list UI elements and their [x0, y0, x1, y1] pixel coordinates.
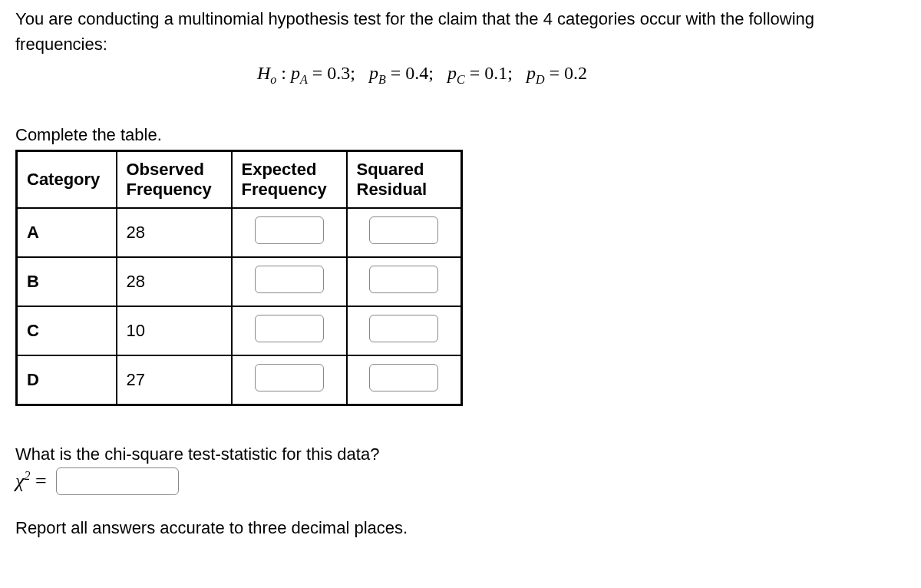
chi-symbol: χ2 =: [15, 469, 47, 493]
pB-value: 0.4: [405, 63, 428, 83]
observed-A: 28: [117, 208, 232, 257]
table-row: A 28: [17, 208, 462, 257]
chi-square-row: χ2 =: [15, 467, 906, 495]
complete-table-label: Complete the table.: [15, 125, 906, 145]
pC-symbol: p: [447, 63, 457, 83]
residual-C-input[interactable]: [369, 315, 438, 342]
null-hypothesis: Ho : pA = 0.3; pB = 0.4; pC = 0.1; pD = …: [0, 63, 906, 87]
pD-subscript: D: [536, 73, 545, 86]
chi-char: χ: [15, 470, 24, 492]
pD-value: 0.2: [564, 63, 587, 83]
expected-B-input[interactable]: [255, 266, 324, 293]
h-symbol: H: [257, 63, 270, 83]
pA-symbol: p: [291, 63, 300, 83]
sep-2: ;: [428, 63, 443, 83]
residual-A-input[interactable]: [369, 216, 438, 244]
pB-symbol: p: [369, 63, 378, 83]
equals-4: =: [549, 63, 564, 83]
chi-superscript: 2: [24, 469, 30, 482]
pD-symbol: p: [527, 63, 536, 83]
residual-D-input[interactable]: [369, 364, 438, 391]
expected-C-input[interactable]: [255, 315, 324, 342]
observed-B: 28: [117, 257, 232, 306]
table-row: D 27: [17, 355, 462, 405]
category-D: D: [17, 355, 117, 405]
equals-3: =: [470, 63, 485, 83]
header-expected: ExpectedFrequency: [232, 150, 347, 208]
chi-square-input[interactable]: [56, 467, 179, 495]
pC-value: 0.1: [484, 63, 507, 83]
pC-subscript: C: [457, 73, 465, 86]
header-category: Category: [17, 150, 117, 208]
sep-3: ;: [507, 63, 522, 83]
pB-subscript: B: [378, 73, 386, 86]
intro-text: You are conducting a multinomial hypothe…: [15, 6, 906, 57]
category-A: A: [17, 208, 117, 257]
chi-square-question: What is the chi-square test-statistic fo…: [15, 444, 906, 464]
category-C: C: [17, 306, 117, 355]
pA-subscript: A: [300, 73, 308, 86]
chi-equals: =: [35, 470, 47, 492]
expected-A-input[interactable]: [255, 216, 324, 244]
table-row: C 10: [17, 306, 462, 355]
equals-1: =: [312, 63, 328, 83]
table-header-row: Category ObservedFrequency ExpectedFrequ…: [17, 150, 462, 208]
expected-D-input[interactable]: [255, 364, 324, 391]
header-residual: SquaredResidual: [347, 150, 462, 208]
sep-1: ;: [350, 63, 365, 83]
header-observed: ObservedFrequency: [117, 150, 232, 208]
observed-D: 27: [117, 355, 232, 405]
residual-B-input[interactable]: [369, 266, 438, 293]
colon: :: [281, 63, 291, 83]
frequency-table: Category ObservedFrequency ExpectedFrequ…: [15, 150, 463, 406]
report-note: Report all answers accurate to three dec…: [15, 518, 906, 538]
table-row: B 28: [17, 257, 462, 306]
category-B: B: [17, 257, 117, 306]
equals-2: =: [391, 63, 406, 83]
observed-C: 10: [117, 306, 232, 355]
pA-value: 0.3: [327, 63, 350, 83]
h-subscript: o: [270, 73, 276, 86]
